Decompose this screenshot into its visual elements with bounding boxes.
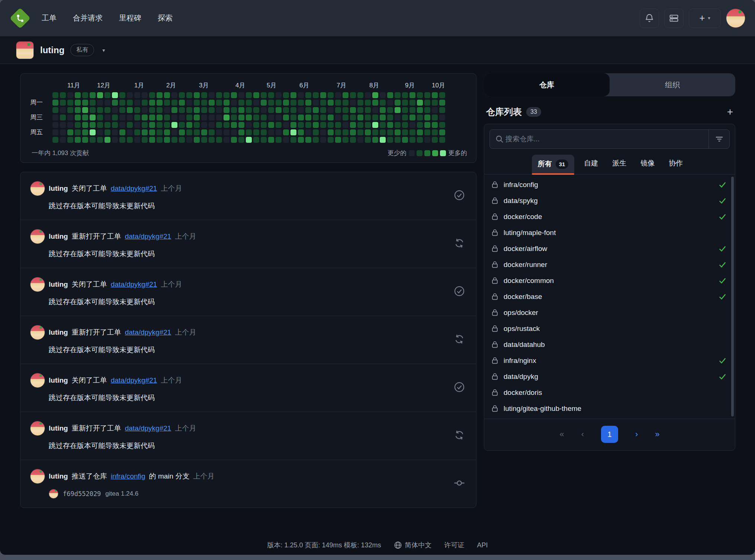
heatmap-weekday-label: 周三 [27, 115, 52, 122]
filter-tab-1[interactable]: 所有31 [532, 155, 575, 174]
user-avatar[interactable] [726, 9, 745, 28]
pagination-next[interactable]: › [635, 429, 638, 439]
heatmap-cell [313, 122, 319, 128]
check-icon [718, 372, 727, 381]
feed-username[interactable]: luting [49, 280, 68, 289]
heatmap-cell [75, 100, 81, 106]
heatmap-cell [276, 92, 282, 98]
feed-item-headline: luting关闭了工单data/dpykg#21上个月 [30, 373, 446, 388]
repo-list-box: 所有31自建派生镜像协作 infra/configdata/spykgdocke… [484, 124, 735, 451]
profile-avatar[interactable] [16, 41, 34, 59]
feed-item: luting关闭了工单data/dpykg#21上个月跳过存在版本可能导致未更新… [20, 364, 476, 412]
heatmap-cell [231, 107, 237, 113]
pagination-page-1[interactable]: 1 [601, 426, 618, 443]
repo-link[interactable]: data/spykg [504, 197, 538, 205]
feed-user-avatar[interactable] [30, 469, 45, 484]
repo-link[interactable]: ops/docker [504, 309, 538, 317]
heatmap-cell [112, 100, 118, 106]
repo-link[interactable]: docker/runner [504, 261, 547, 269]
heatmap-cell [60, 122, 66, 128]
feed-user-avatar[interactable] [30, 373, 45, 388]
repo-link[interactable]: infra/nginx [504, 357, 536, 365]
feed-repo-link[interactable]: data/dpykg#21 [125, 424, 171, 432]
repo-link[interactable]: docker/code [504, 213, 542, 221]
heatmap-cell [395, 107, 401, 113]
repo-link[interactable]: luting/gitea-github-theme [504, 405, 581, 413]
heatmap-cell [105, 129, 110, 135]
filter-tab-2[interactable]: 自建 [579, 154, 603, 174]
repo-link[interactable]: infra/config [504, 181, 538, 189]
feed-repo-link[interactable]: data/dpykg#21 [111, 280, 157, 289]
repo-link[interactable]: ops/rustack [504, 325, 540, 333]
heatmap-cell [112, 92, 118, 98]
feed-username[interactable]: luting [49, 472, 68, 480]
profile-dropdown-caret[interactable]: ▾ [102, 47, 105, 53]
navbar-link-3[interactable]: 里程碑 [119, 13, 141, 23]
heatmap-cell [179, 92, 185, 98]
navbar-link-2[interactable]: 合并请求 [73, 13, 103, 23]
repo-link[interactable]: luting/maple-font [504, 229, 556, 237]
repo-link[interactable]: docker/base [504, 293, 542, 301]
feed-username[interactable]: luting [49, 328, 68, 337]
heatmap-cell [328, 107, 334, 113]
heatmap-cell [439, 115, 445, 120]
admin-panel-button[interactable] [664, 9, 684, 28]
feed-username[interactable]: luting [49, 376, 68, 384]
feed-user-avatar[interactable] [30, 229, 45, 244]
create-new-button[interactable]: + ▾ [689, 9, 721, 28]
feed-repo-link[interactable]: data/dpykg#21 [125, 232, 171, 241]
activity-feed-card: luting关闭了工单data/dpykg#21上个月跳过存在版本可能导致未更新… [20, 172, 476, 508]
tab-repositories[interactable]: 仓库 [484, 73, 610, 96]
api-link[interactable]: API [477, 541, 488, 549]
feed-username[interactable]: luting [49, 184, 68, 193]
navbar-link-4[interactable]: 探索 [158, 13, 173, 23]
feed-action-text: 重新打开了工单 [72, 424, 121, 433]
feed-timestamp: 上个月 [193, 472, 214, 481]
main-content: 11月12月1月2月3月4月5月6月7月8月9月10月 周一周三周五 一年内 1… [0, 64, 755, 508]
language-selector[interactable]: 简体中文 [394, 541, 432, 550]
feed-repo-link[interactable]: data/dpykg#21 [111, 376, 157, 384]
heatmap-cell [417, 100, 423, 106]
heatmap-cell [276, 107, 282, 113]
repo-link[interactable]: docker/common [504, 277, 554, 285]
heatmap-month-label: 6月 [299, 81, 309, 90]
repo-link[interactable]: docker/airflow [504, 245, 547, 253]
notifications-button[interactable] [640, 9, 659, 28]
repo-link[interactable]: data/dpykg [504, 373, 538, 381]
feed-user-avatar[interactable] [30, 325, 45, 340]
private-badge: 私有 [70, 44, 94, 56]
feed-username[interactable]: luting [49, 232, 68, 241]
filter-tab-5[interactable]: 协作 [664, 154, 687, 174]
feed-repo-link[interactable]: data/dpykg#21 [125, 328, 171, 337]
heatmap-cell [276, 115, 282, 120]
feed-username[interactable]: luting [49, 424, 68, 432]
tab-organizations[interactable]: 组织 [610, 73, 735, 96]
repo-link[interactable]: data/datahub [504, 341, 545, 349]
heatmap-cell [231, 129, 237, 135]
license-link[interactable]: 许可证 [444, 541, 465, 550]
filter-tab-label: 派生 [612, 159, 626, 167]
commit-hash-link[interactable]: f69d552029 [63, 490, 101, 498]
repo-link[interactable]: docker/doris [504, 389, 542, 397]
navbar-link-1[interactable]: 工单 [42, 13, 57, 23]
heatmap-cell [395, 137, 401, 143]
feed-user-avatar[interactable] [30, 181, 45, 196]
heatmap-cell [90, 137, 96, 143]
heatmap-cell [380, 107, 386, 113]
gitea-logo[interactable] [10, 8, 30, 29]
feed-user-avatar[interactable] [30, 421, 45, 436]
heatmap-cell [409, 115, 415, 120]
heatmap-cell [424, 92, 430, 98]
filter-tab-4[interactable]: 镜像 [636, 154, 659, 174]
profile-username[interactable]: luting [40, 45, 64, 55]
add-repo-button[interactable]: + [727, 106, 733, 118]
repo-search-input[interactable] [505, 135, 709, 143]
repo-filter-button[interactable] [709, 130, 729, 148]
feed-repo-link[interactable]: data/dpykg#21 [111, 184, 157, 193]
filter-tab-3[interactable]: 派生 [608, 154, 631, 174]
repo-list-scrollbar[interactable] [731, 177, 734, 416]
feed-user-avatar[interactable] [30, 277, 45, 292]
heatmap-cell [350, 100, 356, 106]
feed-repo-link[interactable]: infra/config [111, 472, 145, 480]
pagination-last[interactable]: » [655, 429, 659, 439]
